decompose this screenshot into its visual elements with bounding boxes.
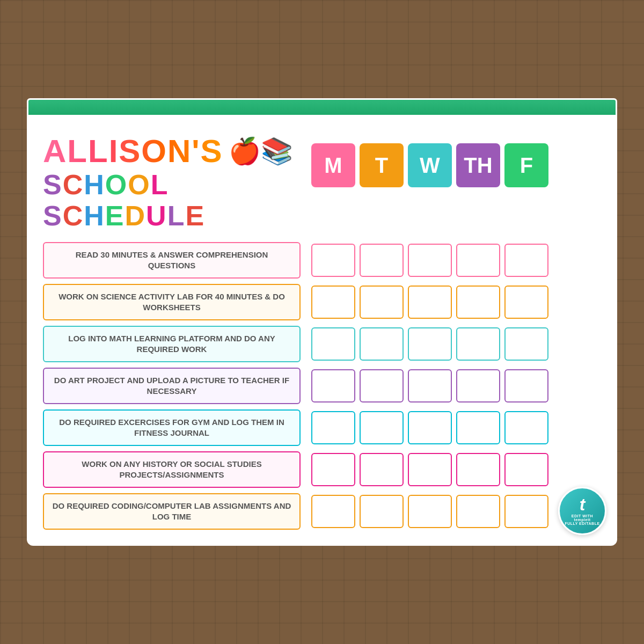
checkboxes-column (301, 242, 601, 530)
checkbox-cell-1-1[interactable] (360, 286, 404, 319)
checkbox-cell-3-3[interactable] (456, 369, 500, 402)
checkbox-cell-4-3[interactable] (456, 411, 500, 444)
checkbox-cell-5-3[interactable] (456, 453, 500, 486)
tasks-column: READ 30 MINUTES & ANSWER COMPREHENSION Q… (43, 242, 301, 530)
checkbox-cell-5-0[interactable] (311, 453, 355, 486)
checkbox-cell-3-0[interactable] (311, 369, 355, 402)
task-item-0: READ 30 MINUTES & ANSWER COMPREHENSION Q… (43, 242, 301, 279)
checkbox-cell-0-0[interactable] (311, 244, 355, 277)
checkbox-cell-2-0[interactable] (311, 327, 355, 361)
checkbox-cell-1-0[interactable] (311, 286, 355, 319)
checkbox-cell-0-4[interactable] (504, 244, 548, 277)
checkbox-row-2 (311, 326, 601, 362)
checkbox-cell-4-0[interactable] (311, 411, 355, 444)
checkbox-cell-1-4[interactable] (504, 286, 548, 319)
checkbox-cell-3-2[interactable] (408, 369, 452, 402)
checkbox-row-0 (311, 242, 601, 279)
task-item-1: WORK ON SCIENCE ACTIVITY LAB FOR 40 MINU… (43, 284, 301, 320)
books-apple-icon: 🍎📚 (229, 138, 293, 164)
task-item-2: LOG INTO MATH LEARNING PLATFORM AND DO A… (43, 326, 301, 362)
header-area: ALLISON'S 🍎📚 SCHOOL SCHEDULE M T W TH F (43, 133, 601, 231)
checkbox-row-1 (311, 284, 601, 320)
checkbox-cell-4-2[interactable] (408, 411, 452, 444)
checkbox-cell-2-2[interactable] (408, 327, 452, 361)
task-item-5: WORK ON ANY HISTORY OR SOCIAL STUDIES PR… (43, 451, 301, 488)
day-friday: F (504, 143, 548, 187)
checkbox-row-6 (311, 493, 601, 530)
day-tuesday: T (360, 143, 404, 187)
day-monday: M (311, 143, 355, 187)
checkbox-cell-6-3[interactable] (456, 495, 500, 528)
checkbox-cell-2-3[interactable] (456, 327, 500, 361)
banner (27, 98, 617, 116)
checkbox-cell-5-1[interactable] (360, 453, 404, 486)
checkbox-cell-1-2[interactable] (408, 286, 452, 319)
checkbox-cell-2-4[interactable] (504, 327, 548, 361)
checkbox-cell-6-1[interactable] (360, 495, 404, 528)
checkbox-cell-6-2[interactable] (408, 495, 452, 528)
checkbox-cell-0-1[interactable] (360, 244, 404, 277)
checkbox-cell-5-2[interactable] (408, 453, 452, 486)
main-card: ALLISON'S 🍎📚 SCHOOL SCHEDULE M T W TH F (27, 116, 617, 545)
school-schedule-title: SCHOOL SCHEDULE (43, 170, 301, 231)
day-wednesday: W (408, 143, 452, 187)
days-header: M T W TH F (311, 143, 601, 187)
templett-badge: t EDIT WITHtemplettFULLY EDITABLE (558, 487, 606, 535)
templett-icon: t (580, 496, 586, 513)
day-thursday: TH (456, 143, 500, 187)
checkbox-cell-3-4[interactable] (504, 369, 548, 402)
task-item-4: DO REQUIRED EXCERCISES FOR GYM AND LOG T… (43, 409, 301, 446)
templett-label: EDIT WITHtemplettFULLY EDITABLE (565, 514, 599, 525)
grid-area: READ 30 MINUTES & ANSWER COMPREHENSION Q… (43, 242, 601, 530)
checkbox-cell-4-1[interactable] (360, 411, 404, 444)
checkbox-cell-5-4[interactable] (504, 453, 548, 486)
title-section: ALLISON'S 🍎📚 SCHOOL SCHEDULE (43, 133, 301, 231)
checkbox-cell-1-3[interactable] (456, 286, 500, 319)
checkbox-cell-0-2[interactable] (408, 244, 452, 277)
checkbox-cell-6-0[interactable] (311, 495, 355, 528)
week-section: M T W TH F (301, 133, 601, 187)
checkbox-row-5 (311, 451, 601, 488)
allisons-line: ALLISON'S 🍎📚 (43, 133, 301, 170)
checkbox-row-4 (311, 409, 601, 446)
outer-wrapper: ALLISON'S 🍎📚 SCHOOL SCHEDULE M T W TH F (27, 98, 617, 545)
checkbox-cell-3-1[interactable] (360, 369, 404, 402)
checkbox-row-3 (311, 368, 601, 404)
checkbox-cell-0-3[interactable] (456, 244, 500, 277)
checkbox-cell-4-4[interactable] (504, 411, 548, 444)
task-item-6: DO REQUIRED CODING/COMPUTER LAB ASSIGNME… (43, 493, 301, 530)
checkbox-cell-2-1[interactable] (360, 327, 404, 361)
allisons-name: ALLISON'S (43, 133, 223, 170)
task-item-3: DO ART PROJECT AND UPLOAD A PICTURE TO T… (43, 368, 301, 404)
checkbox-cell-6-4[interactable] (504, 495, 548, 528)
